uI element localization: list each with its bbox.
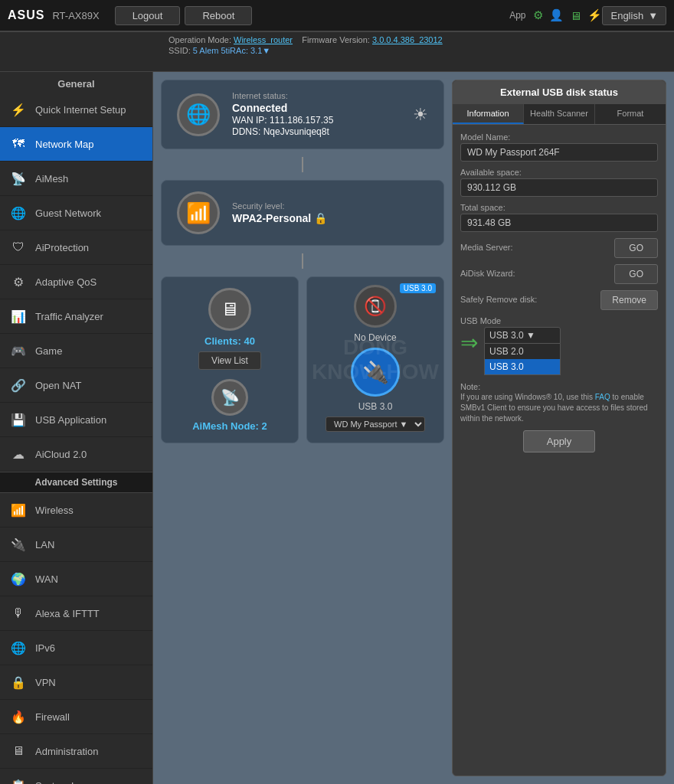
model-name-row: Model Name: WD My Passport 264F — [460, 132, 658, 162]
asus-logo: ASUS — [8, 8, 44, 22]
client-node: 🖥 Clients: 40 View List 📡 AiMesh Node: 2 — [161, 276, 299, 443]
sidebar-item-label: LAN — [35, 539, 54, 550]
ipv6-icon: 🌐 — [8, 637, 29, 658]
firewall-icon: 🔥 — [8, 706, 29, 727]
bottom-nodes: 🖥 Clients: 40 View List 📡 AiMesh Node: 2… — [161, 276, 444, 443]
advanced-settings-label: Advanced Settings — [0, 472, 152, 493]
view-list-button[interactable]: View List — [198, 351, 261, 370]
lan-icon: 🔌 — [8, 534, 29, 555]
internet-status-value: Connected — [232, 102, 401, 114]
usb-icon[interactable]: ⚡ — [587, 8, 602, 22]
sidebar-item-label: WAN — [35, 573, 58, 585]
sidebar-item-usb-application[interactable]: 💾 USB Application — [0, 403, 152, 437]
internet-info: Internet status: Connected WAN IP: 111.1… — [232, 91, 401, 138]
device-select[interactable]: WD My Passport ▼ — [326, 416, 425, 432]
sidebar-item-system-log[interactable]: 📋 System Log — [0, 769, 152, 784]
faq-link[interactable]: FAQ — [595, 393, 610, 401]
usb-mode-current-label: USB 3.0 ▼ — [489, 330, 535, 341]
sidebar-item-label: VPN — [35, 677, 56, 688]
total-space-label: Total space: — [460, 203, 658, 212]
connector-line-2 — [302, 253, 303, 269]
sidebar-item-traffic-analyzer[interactable]: 📊 Traffic Analyzer — [0, 299, 152, 334]
sidebar-item-aicloud[interactable]: ☁ AiCloud 2.0 — [0, 437, 152, 472]
top-bar: ASUS RT-AX89X Logout Reboot App ⚙ 👤 🖥 ⚡ … — [0, 0, 674, 32]
reboot-button[interactable]: Reboot — [185, 6, 252, 25]
administration-icon: 🖥 — [8, 740, 29, 762]
sidebar-item-network-map[interactable]: 🗺 Network Map — [0, 127, 152, 162]
language-selector[interactable]: English ▼ — [602, 6, 666, 25]
game-icon: 🎮 — [8, 340, 29, 361]
usb-panel-title: External USB disk status — [453, 80, 666, 104]
usb-mode-option-30[interactable]: USB 3.0 — [485, 359, 560, 374]
firmware-value[interactable]: 3.0.0.4.386_23012 — [372, 35, 443, 44]
sidebar-item-wan[interactable]: 🌍 WAN — [0, 562, 152, 596]
sidebar-item-administration[interactable]: 🖥 Administration — [0, 734, 152, 769]
user-icon[interactable]: 👤 — [549, 8, 564, 22]
sidebar: General ⚡ Quick Internet Setup 🗺 Network… — [0, 72, 153, 784]
sidebar-item-guest-network[interactable]: 🌐 Guest Network — [0, 196, 152, 230]
usb-mode-option-20[interactable]: USB 2.0 — [485, 344, 560, 359]
firmware-label: Firmware Version: — [302, 35, 370, 44]
info-bar: Operation Mode: Wireless_router Firmware… — [0, 32, 674, 72]
settings-icon[interactable]: ⚙ — [533, 8, 543, 22]
note-label: Note: — [460, 382, 480, 391]
adaptive-qos-icon: ⚙ — [8, 271, 29, 292]
sidebar-item-adaptive-qos[interactable]: ⚙ Adaptive QoS — [0, 265, 152, 299]
sidebar-item-label: AiMesh — [35, 173, 68, 185]
security-level-label: Security level: — [232, 201, 428, 211]
op-mode-label: Operation Mode: — [168, 35, 231, 44]
apply-button[interactable]: Apply — [523, 430, 596, 452]
internet-icon: 🌐 — [177, 93, 220, 136]
wireless-icon: 📶 — [8, 499, 29, 521]
internet-status-label: Internet status: — [232, 91, 401, 100]
logout-button[interactable]: Logout — [115, 6, 181, 25]
sidebar-item-wireless[interactable]: 📶 Wireless — [0, 493, 152, 528]
ssid-row: SSID: 5 Alem 5tiRAc: 3.1▼ — [168, 46, 666, 55]
sidebar-item-label: AiCloud 2.0 — [35, 449, 87, 460]
tab-information[interactable]: Information — [453, 104, 524, 124]
sidebar-item-firewall[interactable]: 🔥 Firewall — [0, 700, 152, 734]
connector-line-1 — [302, 157, 303, 172]
usb-mode-dropdown: USB 3.0 ▼ USB 2.0 USB 3.0 — [484, 327, 561, 375]
usb-node: DONGKNOW-HOW USB 3.0 📵 No Device 🔌 USB 3… — [306, 276, 444, 443]
no-device-label: No Device — [354, 332, 396, 343]
available-space-value: 930.112 GB — [460, 178, 658, 197]
sidebar-item-alexa[interactable]: 🎙 Alexa & IFTTT — [0, 596, 152, 631]
content-area: 🌐 Internet status: Connected WAN IP: 111… — [153, 72, 674, 784]
op-mode-value[interactable]: Wireless_router — [234, 35, 293, 44]
open-nat-icon: 🔗 — [8, 374, 29, 396]
sidebar-item-ipv6[interactable]: 🌐 IPv6 — [0, 631, 152, 665]
usb-badge: USB 3.0 — [400, 283, 436, 293]
sidebar-item-label: Guest Network — [35, 207, 101, 219]
total-space-row: Total space: 931.48 GB — [460, 203, 658, 232]
sidebar-item-lan[interactable]: 🔌 LAN — [0, 528, 152, 562]
tab-format[interactable]: Format — [595, 104, 666, 124]
remove-button[interactable]: Remove — [600, 290, 658, 310]
usb-panel: External USB disk status Information Hea… — [452, 80, 666, 776]
sidebar-item-open-nat[interactable]: 🔗 Open NAT — [0, 368, 152, 403]
media-server-label: Media Server: — [460, 243, 512, 252]
aiprotection-icon: 🛡 — [8, 237, 29, 258]
network-map-area: 🌐 Internet status: Connected WAN IP: 111… — [161, 80, 444, 776]
usb-mode-label: USB Mode — [460, 316, 658, 325]
sidebar-item-game[interactable]: 🎮 Game — [0, 334, 152, 368]
media-server-row: Media Server: GO — [460, 238, 658, 258]
tab-health-scanner[interactable]: Health Scanner — [524, 104, 595, 124]
sidebar-item-label: USB Application — [35, 414, 106, 426]
wan-icon: 🌍 — [8, 568, 29, 590]
router-icon: 📶 — [177, 191, 220, 234]
sidebar-item-aimesh[interactable]: 📡 AiMesh — [0, 162, 152, 196]
usb-mode-current[interactable]: USB 3.0 ▼ — [484, 327, 561, 344]
sidebar-item-aiprotection[interactable]: 🛡 AiProtection — [0, 230, 152, 265]
screen-icon[interactable]: 🖥 — [570, 9, 581, 22]
media-server-go-button[interactable]: GO — [614, 238, 658, 258]
aidisk-go-button[interactable]: GO — [614, 264, 658, 284]
total-space-value: 931.48 GB — [460, 214, 658, 232]
aimesh-label: AiMesh Node: — [192, 420, 259, 432]
op-mode-row: Operation Mode: Wireless_router Firmware… — [168, 35, 666, 44]
security-level-value: WPA2-Personal 🔒 — [232, 212, 428, 224]
traffic-analyzer-icon: 📊 — [8, 305, 29, 327]
sidebar-item-quick-internet-setup[interactable]: ⚡ Quick Internet Setup — [0, 93, 152, 127]
network-map-icon: 🗺 — [8, 133, 29, 155]
sidebar-item-vpn[interactable]: 🔒 VPN — [0, 665, 152, 700]
